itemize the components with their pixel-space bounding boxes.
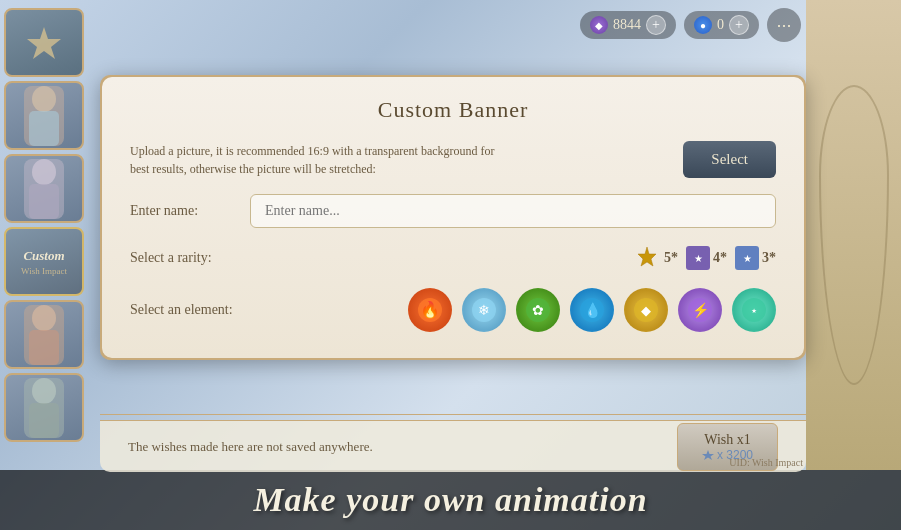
- more-button[interactable]: ···: [767, 8, 801, 42]
- electro-icon: ⚡: [686, 296, 714, 324]
- hydro-icon: 💧: [578, 296, 606, 324]
- svg-point-2: [32, 86, 56, 112]
- custom-sublabel: Wish Impact: [21, 266, 67, 276]
- sidebar-item-char3[interactable]: [4, 300, 84, 369]
- svg-text:★: ★: [694, 253, 703, 264]
- sidebar-item-char2[interactable]: [4, 154, 84, 223]
- anemo-icon: ⋆: [740, 296, 768, 324]
- select-file-button[interactable]: Select: [683, 141, 776, 178]
- name-row: Enter name:: [130, 194, 776, 228]
- char3-silhouette: [14, 300, 74, 369]
- element-pyro[interactable]: 🔥: [408, 288, 452, 332]
- svg-text:✿: ✿: [532, 303, 544, 318]
- rarity-row: Select a rarity: 5* ★ 4*: [130, 244, 776, 272]
- element-electro[interactable]: ⚡: [678, 288, 722, 332]
- dialog-title: Custom Banner: [130, 97, 776, 123]
- uid-label: UID: Wish Impact: [729, 457, 803, 468]
- rarity-4star[interactable]: ★ 4*: [686, 244, 727, 272]
- wish-label: Wish x1: [704, 432, 751, 448]
- svg-text:❄: ❄: [478, 303, 490, 318]
- svg-rect-6: [29, 184, 59, 219]
- svg-text:🔥: 🔥: [420, 300, 440, 319]
- add-primogem-button[interactable]: +: [646, 15, 666, 35]
- right-decoration: [806, 0, 901, 470]
- rarity-4star-label: 4*: [713, 250, 727, 266]
- svg-text:◆: ◆: [641, 303, 651, 318]
- upload-row: Upload a picture, it is recommended 16:9…: [130, 141, 776, 178]
- element-hydro[interactable]: 💧: [570, 288, 614, 332]
- name-input[interactable]: [250, 194, 776, 228]
- svg-point-8: [32, 305, 56, 331]
- sidebar-item-char1[interactable]: [4, 81, 84, 150]
- bottom-bar: The wishes made here are not saved anywh…: [100, 420, 806, 472]
- star-icon: [24, 23, 64, 63]
- element-anemo[interactable]: ⋆: [732, 288, 776, 332]
- svg-text:⚡: ⚡: [692, 302, 710, 319]
- svg-rect-3: [29, 111, 59, 146]
- rarity-3star[interactable]: ★ 3*: [735, 244, 776, 272]
- element-label: Select an element:: [130, 302, 250, 318]
- sidebar-item-char4[interactable]: [4, 373, 84, 442]
- rarity-4star-icon: ★: [686, 246, 710, 270]
- upload-description: Upload a picture, it is recommended 16:9…: [130, 142, 510, 178]
- sidebar-item-custom[interactable]: Custom Wish Impact: [4, 227, 84, 296]
- rarity-5star-label: 5*: [664, 250, 678, 266]
- corner-bl-decoration: [100, 340, 120, 360]
- primogem-count: 8844: [613, 17, 641, 33]
- svg-marker-0: [27, 27, 61, 59]
- corner-tr-decoration: [786, 75, 806, 95]
- primogem-icon: ◆: [590, 16, 608, 34]
- name-label: Enter name:: [130, 203, 250, 219]
- svg-rect-12: [29, 403, 59, 438]
- svg-point-5: [32, 159, 56, 185]
- svg-text:★: ★: [743, 253, 752, 264]
- bottom-notice: The wishes made here are not saved anywh…: [128, 439, 373, 455]
- dialog-divider: [100, 414, 806, 415]
- element-geo[interactable]: ◆: [624, 288, 668, 332]
- svg-point-11: [32, 378, 56, 404]
- primogem-box: ◆ 8844 +: [580, 11, 676, 39]
- char4-silhouette: [14, 373, 74, 442]
- topbar: ◆ 8844 + ● 0 + ···: [580, 8, 801, 42]
- rarity-5star-icon: [633, 244, 661, 272]
- rarity-3star-label: 3*: [762, 250, 776, 266]
- dendro-icon: ✿: [524, 296, 552, 324]
- sidebar-item-star[interactable]: [4, 8, 84, 77]
- custom-label: Custom: [23, 248, 64, 264]
- page-title-text: Make your own animation: [253, 481, 647, 519]
- sidebar: Custom Wish Impact: [0, 0, 90, 450]
- cryo-icon: ❄: [470, 296, 498, 324]
- char1-silhouette: [14, 81, 74, 150]
- element-cryo[interactable]: ❄: [462, 288, 506, 332]
- char2-silhouette: [14, 154, 74, 223]
- pyro-icon: 🔥: [416, 296, 444, 324]
- element-options: 🔥 ❄ ✿ 💧: [408, 288, 776, 332]
- rarity-3star-icon: ★: [735, 246, 759, 270]
- custom-banner-dialog: Custom Banner Upload a picture, it is re…: [100, 75, 806, 360]
- svg-text:⋆: ⋆: [750, 303, 758, 318]
- page-title-bar: Make your own animation: [0, 470, 901, 530]
- wish-cost-icon: [702, 449, 714, 461]
- element-dendro[interactable]: ✿: [516, 288, 560, 332]
- genesis-icon: ●: [694, 16, 712, 34]
- rarity-5star[interactable]: 5*: [633, 244, 678, 272]
- add-genesis-button[interactable]: +: [729, 15, 749, 35]
- rarity-options: 5* ★ 4* ★ 3*: [633, 244, 776, 272]
- element-row: Select an element: 🔥 ❄ ✿: [130, 288, 776, 332]
- svg-marker-31: [702, 450, 714, 460]
- rarity-label: Select a rarity:: [130, 250, 250, 266]
- genesis-count: 0: [717, 17, 724, 33]
- genesis-box: ● 0 +: [684, 11, 759, 39]
- svg-rect-9: [29, 330, 59, 365]
- svg-text:💧: 💧: [584, 302, 602, 319]
- right-deco-inner: [819, 85, 889, 385]
- geo-icon: ◆: [632, 296, 660, 324]
